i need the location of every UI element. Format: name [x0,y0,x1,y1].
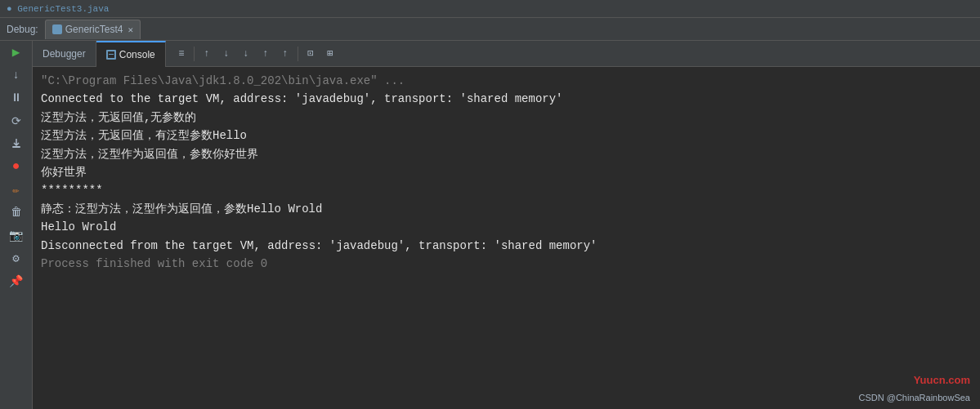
debug-label: Debug: [7,24,38,35]
step-over-button[interactable]: ↓ [5,64,28,87]
watermark-yuucn: Yuucn.com [914,374,970,386]
debugger-tab-label: Debugger [43,48,86,60]
delete-button[interactable]: 🗑 [5,201,28,224]
console-line: 静态：泛型方法，泛型作为返回值，参数Hello Wrold [41,200,972,218]
console-line: Disconnected from the target VM, address… [41,237,972,255]
toolbar-down2-btn[interactable]: ↓ [237,45,255,63]
debug-tab-bar: Debug: GenericTest4 ✕ [0,18,980,41]
console-line: "C:\Program Files\Java\jdk1.8.0_202\bin\… [41,72,972,90]
toolbar-down-btn[interactable]: ↓ [217,45,235,63]
step-into-button[interactable] [5,132,28,155]
run-button[interactable]: ▶ [5,41,28,64]
console-tab[interactable]: Console [96,41,166,67]
content-wrapper: Debugger Console ≡ ↑ ↓ ↓ ↑ ↑ ⊡ ⊞ [33,41,980,409]
generic-test4-tab[interactable]: GenericTest4 ✕ [45,20,141,39]
toolbar-sep-1 [194,47,195,61]
toolbar-up3-btn[interactable]: ↑ [276,45,294,63]
console-line: Process finished with exit code 0 [41,255,972,273]
console-icon [106,50,116,60]
console-output: "C:\Program Files\Java\jdk1.8.0_202\bin\… [33,67,980,409]
console-line: 泛型方法，无返回值,无参数的 [41,109,972,127]
edit-button[interactable]: ✏ [5,178,28,201]
toolbar-menu-btn[interactable]: ≡ [172,45,190,63]
record-button[interactable]: ● [5,155,28,178]
toolbar-grid-btn[interactable]: ⊡ [302,45,320,63]
toolbar-sep-2 [298,47,298,61]
camera-button[interactable]: 📷 [5,224,28,247]
toolbar-grid2-btn[interactable]: ⊞ [321,45,339,63]
pause-button[interactable]: ⏸ [5,87,28,109]
main-area: ▶ ↓ ⏸ ⟳ ● ✏ 🗑 📷 ⚙ 📌 Debugger [0,41,980,409]
settings-button[interactable]: ⚙ [5,247,28,269]
file-bar: ● GenericTest3.java [0,0,980,18]
console-line: Connected to the target VM, address: 'ja… [41,90,972,108]
tab-close-button[interactable]: ✕ [128,24,133,35]
console-line: ********* [41,181,972,199]
toolbar-up-btn[interactable]: ↑ [198,45,216,63]
java-file-icon [52,24,62,34]
console-line: 泛型方法，泛型作为返回值，参数你好世界 [41,145,972,163]
pin-button[interactable]: 📌 [5,269,28,292]
console-line: Hello Wrold [41,218,972,236]
debugger-tab[interactable]: Debugger [33,41,96,67]
svg-rect-0 [12,146,20,148]
prev-file-tab[interactable]: ● GenericTest3.java [7,4,109,14]
toolbar-up2-btn[interactable]: ↑ [257,45,275,63]
console-line: 你好世界 [41,163,972,181]
left-sidebar: ▶ ↓ ⏸ ⟳ ● ✏ 🗑 📷 ⚙ 📌 [0,41,33,409]
tab-filename: GenericTest4 [65,24,123,35]
watermark-csdn: CSDN @ChinaRainbowSea [858,393,970,402]
console-tab-label: Console [119,49,155,60]
console-line: 泛型方法，无返回值，有泛型参数Hello [41,127,972,144]
rerun-button[interactable]: ⟳ [5,109,28,132]
